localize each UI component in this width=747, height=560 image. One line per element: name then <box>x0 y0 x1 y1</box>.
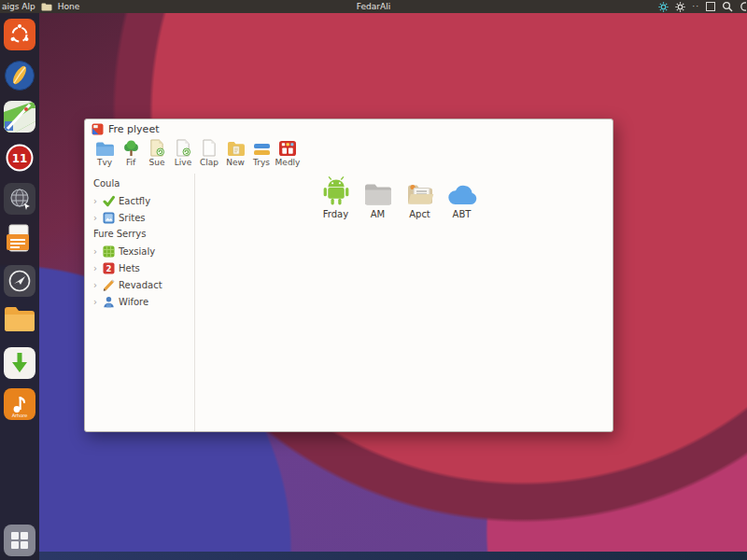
dock-item-browser[interactable] <box>4 60 35 91</box>
search-icon[interactable] <box>722 1 733 12</box>
tree-icon <box>122 138 140 157</box>
sidebar: Coula › Eactfly › Srites Fure Serrys › <box>85 174 194 431</box>
toolbar-label: Trys <box>253 158 270 167</box>
cloud-icon <box>447 176 477 205</box>
top-bar-left: aigs Alp Hone <box>0 2 79 11</box>
sidebar-item-label: Revadact <box>119 280 162 290</box>
file-item-am[interactable]: AM <box>357 176 399 219</box>
toolbar-button-new[interactable]: New <box>222 138 248 173</box>
page-icon <box>202 138 217 157</box>
sidebar-item-label: Srites <box>119 213 146 223</box>
settings-cyan-icon[interactable] <box>658 2 669 12</box>
chevron-right-icon[interactable]: › <box>93 196 99 206</box>
toolbar-label: Clap <box>200 158 218 167</box>
dock-item-folder[interactable] <box>4 306 35 338</box>
chevron-right-icon[interactable]: › <box>93 246 99 257</box>
app-grid-icon <box>4 525 35 556</box>
toolbar-button-fif[interactable]: Fif <box>118 138 144 173</box>
software-orange-icon <box>4 19 35 50</box>
toolbar-button-medly[interactable]: Medly <box>275 138 301 173</box>
photos-circle-icon <box>4 265 35 297</box>
dock-item-documents[interactable] <box>4 224 35 256</box>
toolbar-label: Fif <box>126 158 135 167</box>
toolbar-button-live[interactable]: Live <box>170 138 196 173</box>
sidebar-section-header: Coula <box>93 178 194 189</box>
folder-gray-icon <box>364 176 392 205</box>
sidebar-item-label: Texsialy <box>119 246 155 257</box>
toolbar: Tvy Fif Sue Live <box>85 138 613 173</box>
file-item-frday[interactable]: Frday <box>315 176 357 219</box>
sidebar-item-revadact[interactable]: › Revadact <box>93 276 194 293</box>
badge-red-icon: 2 <box>103 262 115 274</box>
settings-white-icon[interactable] <box>675 2 685 12</box>
toolbar-label: Medly <box>275 158 301 167</box>
sidebar-item-srites[interactable]: › Srites <box>93 209 194 226</box>
chevron-right-icon[interactable]: › <box>93 297 99 307</box>
pencil-icon <box>103 279 115 291</box>
folder-yellow-icon <box>226 138 246 157</box>
globe-icon <box>4 183 35 215</box>
maximize-icon[interactable] <box>706 2 715 11</box>
browser-feather-icon <box>4 60 35 91</box>
bottom-edge-band <box>0 552 747 560</box>
sidebar-section-header: Fure Serrys <box>93 229 194 239</box>
dock-item-network-globe[interactable] <box>4 183 35 215</box>
file-item-abt[interactable]: ABT <box>441 176 483 219</box>
chevron-right-icon[interactable]: › <box>93 213 99 223</box>
dock-item-maps[interactable] <box>4 101 35 133</box>
dock-item-software[interactable] <box>4 19 35 50</box>
folder-docs-icon <box>406 176 434 205</box>
check-icon <box>103 195 115 207</box>
top-bar-indicators: ·· <box>658 1 747 12</box>
dock-item-photos[interactable] <box>4 265 35 297</box>
sidebar-item-wifore[interactable]: › Wifore <box>93 293 194 310</box>
media-badge-number: 11 <box>12 152 28 165</box>
bars-icon <box>252 138 272 157</box>
file-label: ABT <box>453 209 472 219</box>
chevron-right-icon[interactable]: › <box>93 263 99 273</box>
toolbar-label: Sue <box>149 158 165 167</box>
document-orange-icon <box>4 224 32 254</box>
place-menu[interactable]: Hone <box>58 2 80 11</box>
dock-item-music[interactable]: Arhore <box>4 388 35 420</box>
file-label: Apct <box>409 209 430 219</box>
android-icon <box>322 176 350 205</box>
dock-item-media-badge[interactable]: 11 <box>4 142 35 174</box>
more-dots-icon[interactable]: ·· <box>692 2 699 11</box>
desktop: aigs Alp Hone FedarAli ·· <box>0 0 747 560</box>
top-bar: aigs Alp Hone FedarAli ·· <box>0 0 747 13</box>
toolbar-label: Live <box>175 158 191 167</box>
sidebar-item-hets[interactable]: › 2 Hets <box>93 259 194 276</box>
toolbar-label: Tvy <box>97 158 112 167</box>
clock-label[interactable]: FedarAli <box>0 2 747 11</box>
sidebar-item-eactfly[interactable]: › Eactfly <box>93 192 194 209</box>
box-green-icon <box>103 245 115 258</box>
window-titlebar[interactable]: Fre plyeet <box>85 119 613 138</box>
app-menu[interactable]: aigs Alp <box>2 2 35 11</box>
power-icon[interactable] <box>740 1 746 12</box>
folder-icon <box>41 3 52 11</box>
window-title: Fre plyeet <box>108 123 159 135</box>
file-label: Frday <box>323 209 348 219</box>
sidebar-item-label: Eactfly <box>119 196 150 206</box>
file-manager-window: Fre plyeet Tvy Fif Sue <box>84 119 613 432</box>
toolbar-button-tvy[interactable]: Tvy <box>92 138 118 173</box>
music-app-label: Arhore <box>4 413 35 418</box>
toolbar-label: New <box>226 158 245 167</box>
toolbar-button-sue[interactable]: Sue <box>144 138 170 173</box>
dock-item-app-grid[interactable] <box>4 525 35 556</box>
sidebar-item-texsialy[interactable]: › Texsialy <box>93 243 194 259</box>
svg-text:2: 2 <box>106 263 112 273</box>
red-circle-11-icon: 11 <box>4 142 35 174</box>
sidebar-item-label: Hets <box>119 263 140 273</box>
file-item-apct[interactable]: Apct <box>399 176 441 219</box>
toolbar-button-trys[interactable]: Trys <box>248 138 275 173</box>
toolbar-button-clap[interactable]: Clap <box>196 138 222 173</box>
chevron-right-icon[interactable]: › <box>93 280 99 290</box>
download-arrow-icon <box>4 347 35 379</box>
folder-blue-icon <box>95 138 115 157</box>
dock-item-downloads[interactable] <box>4 347 35 379</box>
page-recycle-icon <box>175 138 191 157</box>
grid-red-icon <box>278 138 297 157</box>
files-row: Frday AM Apct <box>315 176 483 219</box>
